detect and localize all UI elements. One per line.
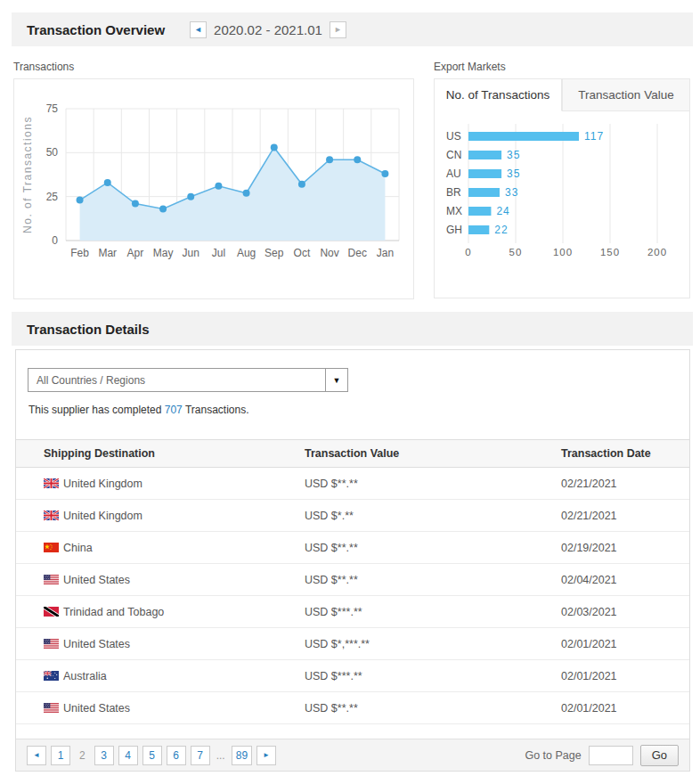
country-name: United Kingdom xyxy=(63,478,142,490)
svg-text:150: 150 xyxy=(600,247,620,257)
svg-text:No. of Transactions: No. of Transactions xyxy=(21,116,34,233)
table-row: United StatesUSD $**.**02/01/2021 xyxy=(16,692,689,724)
svg-text:Feb: Feb xyxy=(70,247,89,259)
svg-text:0: 0 xyxy=(465,247,471,257)
transactions-chart-panel: 0255075FebMarAprMayJunJulAugSepOctNovDec… xyxy=(13,78,414,299)
transaction-date-cell: 02/03/2021 xyxy=(560,596,689,628)
transaction-details-panel: All Countries / Regions ▼ This supplier … xyxy=(15,349,690,772)
page-buttons: ◄1234567...89► xyxy=(27,746,276,765)
transaction-date-cell: 02/01/2021 xyxy=(560,660,689,692)
country-name: Trinidad and Tobago xyxy=(63,606,164,618)
goto-page-label: Go to Page xyxy=(525,749,581,762)
goto-page-group: Go to Page Go xyxy=(525,745,679,766)
details-title: Transaction Details xyxy=(12,322,150,337)
transactions-count-link[interactable]: 707 xyxy=(165,404,183,416)
svg-text:22: 22 xyxy=(494,224,508,236)
pagination-next-button[interactable]: ► xyxy=(256,746,276,765)
page-button-7[interactable]: 7 xyxy=(191,746,210,765)
overview-title: Transaction Overview xyxy=(12,22,165,37)
au-flag-icon xyxy=(44,671,59,681)
transaction-value-cell: USD $**.** xyxy=(304,532,560,564)
column-shipping-destination: Shipping Destination xyxy=(16,440,304,468)
svg-text:Aug: Aug xyxy=(237,247,256,259)
next-period-button[interactable]: ► xyxy=(330,21,346,38)
svg-text:Sep: Sep xyxy=(265,247,284,259)
export-markets-bar-chart: 050100150200US117CN35AU35BR33MX24GH22 xyxy=(435,111,689,294)
transaction-date-cell: 02/21/2021 xyxy=(560,468,689,500)
pagination-prev-button[interactable]: ◄ xyxy=(27,746,46,765)
svg-text:35: 35 xyxy=(507,167,520,180)
page-current: 2 xyxy=(75,749,90,762)
country-name: United States xyxy=(63,702,130,715)
svg-text:US: US xyxy=(446,130,461,143)
page-button-1[interactable]: 1 xyxy=(51,746,70,765)
country-name: United Kingdom xyxy=(63,510,142,522)
shipping-destination-cell: United Kingdom xyxy=(16,500,304,532)
transactions-chart-section: Transactions 0255075FebMarAprMayJunJulAu… xyxy=(13,46,414,299)
export-markets-label: Export Markets xyxy=(434,61,690,73)
svg-text:117: 117 xyxy=(584,130,604,143)
page-button-3[interactable]: 3 xyxy=(94,746,114,765)
country-filter-dropdown[interactable]: All Countries / Regions ▼ xyxy=(28,368,348,392)
export-markets-tabs: No. of Transactions Transaction Value xyxy=(435,79,689,111)
transactions-chart-label: Transactions xyxy=(13,61,414,73)
gb-flag-icon xyxy=(44,478,59,488)
transaction-date-cell: 02/21/2021 xyxy=(560,500,689,532)
svg-text:BR: BR xyxy=(446,186,461,199)
shipping-destination-cell: China xyxy=(16,532,304,564)
summary-suffix: Transactions. xyxy=(183,404,249,416)
transaction-date-cell: 02/01/2021 xyxy=(560,692,689,724)
date-range-label: 2020.02 - 2021.01 xyxy=(214,22,322,37)
shipping-destination-cell: United States xyxy=(16,628,304,660)
page-ellipsis: ... xyxy=(215,749,227,762)
table-row: United StatesUSD $*,***.**02/01/2021 xyxy=(16,628,689,660)
gb-flag-icon xyxy=(44,511,59,520)
transaction-page: Transaction Overview ◄ 2020.02 - 2021.01… xyxy=(0,12,700,772)
svg-text:Mar: Mar xyxy=(98,247,117,259)
page-button-6[interactable]: 6 xyxy=(167,746,186,765)
svg-text:35: 35 xyxy=(507,149,520,161)
svg-text:25: 25 xyxy=(46,191,59,203)
prev-period-button[interactable]: ◄ xyxy=(190,21,207,38)
go-button[interactable]: Go xyxy=(640,745,679,766)
country-name: Australia xyxy=(63,670,107,682)
svg-text:33: 33 xyxy=(505,186,518,199)
page-button-4[interactable]: 4 xyxy=(118,746,138,765)
svg-text:MX: MX xyxy=(446,205,462,217)
svg-text:Jan: Jan xyxy=(377,247,394,259)
cn-flag-icon xyxy=(44,543,59,552)
country-filter-value: All Countries / Regions xyxy=(28,374,145,387)
column-transaction-value: Transaction Value xyxy=(304,440,560,468)
shipping-destination-cell: Australia xyxy=(16,660,304,692)
transaction-value-cell: USD $**.** xyxy=(304,468,560,500)
tab-no-of-transactions[interactable]: No. of Transactions xyxy=(435,79,562,111)
transaction-value-cell: USD $*.** xyxy=(304,500,560,532)
details-header-bar: Transaction Details xyxy=(12,312,693,346)
transactions-summary: This supplier has completed 707 Transact… xyxy=(28,404,678,416)
country-name: United States xyxy=(63,638,130,650)
svg-text:Nov: Nov xyxy=(320,247,338,259)
us-flag-icon xyxy=(44,703,59,713)
transaction-date-cell: 02/01/2021 xyxy=(560,628,689,660)
us-flag-icon xyxy=(44,639,59,649)
shipping-destination-cell: United States xyxy=(16,692,304,724)
shipping-destination-cell: United Kingdom xyxy=(16,468,304,500)
goto-page-input[interactable] xyxy=(589,746,633,765)
transaction-value-cell: USD $***.** xyxy=(304,660,560,692)
country-name: China xyxy=(63,542,93,554)
transactions-line-chart: 0255075FebMarAprMayJunJulAugSepOctNovDec… xyxy=(14,79,413,295)
export-markets-section: Export Markets No. of Transactions Trans… xyxy=(434,46,690,299)
us-flag-icon xyxy=(44,575,59,584)
svg-text:50: 50 xyxy=(509,247,523,257)
transaction-value-cell: USD $**.** xyxy=(304,564,560,596)
table-row: United StatesUSD $**.**02/04/2021 xyxy=(16,564,689,596)
page-button-89[interactable]: 89 xyxy=(232,746,252,765)
tab-transaction-value[interactable]: Transaction Value xyxy=(562,79,689,111)
transaction-value-cell: USD $***.** xyxy=(304,596,560,628)
dropdown-arrow-box: ▼ xyxy=(325,369,347,391)
caret-down-icon: ▼ xyxy=(333,376,341,385)
charts-row: Transactions 0255075FebMarAprMayJunJulAu… xyxy=(13,46,690,299)
svg-text:0: 0 xyxy=(52,234,58,247)
table-row: United KingdomUSD $*.**02/21/2021 xyxy=(16,500,689,532)
page-button-5[interactable]: 5 xyxy=(142,746,162,765)
